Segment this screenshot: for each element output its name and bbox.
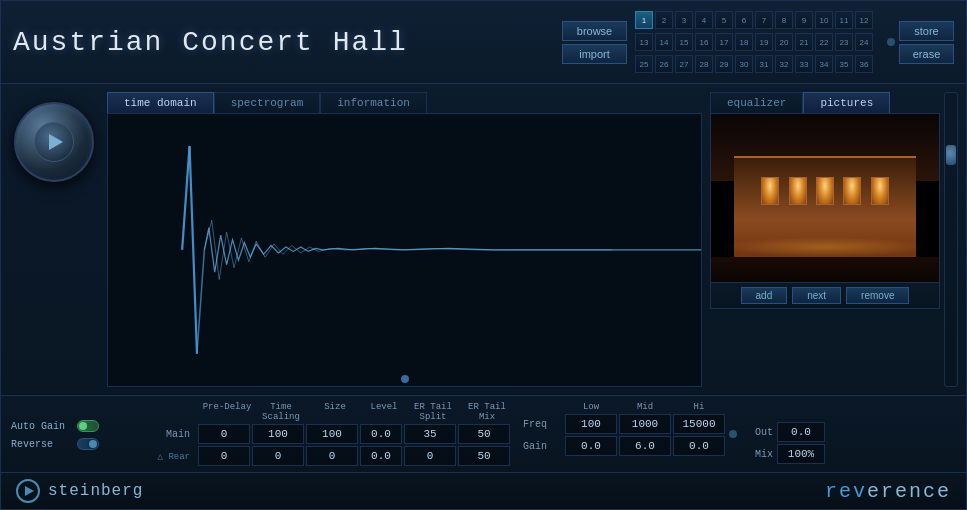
preset-btn-24[interactable]: 24 [855,33,873,51]
window-4 [843,177,861,205]
main-er-tail-split[interactable] [404,424,456,444]
eq-freq-hi[interactable] [673,414,725,434]
eq-freq-row: Freq [523,414,725,434]
preset-btn-10[interactable]: 10 [815,11,833,29]
waveform-scroll-indicator[interactable] [401,375,409,383]
main-er-tail-mix[interactable] [458,424,510,444]
rear-er-tail-split[interactable] [404,446,456,466]
auto-gain-toggle[interactable] [77,420,99,432]
store-erase-group: store erase [899,21,954,64]
params-section: Pre-Delay Time Scaling Size Level ER Tai… [141,402,513,466]
preset-btn-9[interactable]: 9 [795,11,813,29]
preset-btn-25[interactable]: 25 [635,55,653,73]
main-knob[interactable] [14,102,94,182]
preset-row-1: 1 2 3 4 5 6 7 8 9 10 11 12 [635,11,873,29]
right-section: equalizer pictures [710,92,940,387]
eq-freq-mid[interactable] [619,414,671,434]
preset-btn-34[interactable]: 34 [815,55,833,73]
reverse-row: Reverse [11,438,141,450]
preset-btn-22[interactable]: 22 [815,33,833,51]
rear-er-tail-mix[interactable] [458,446,510,466]
preset-btn-26[interactable]: 26 [655,55,673,73]
preset-btn-36[interactable]: 36 [855,55,873,73]
preset-btn-20[interactable]: 20 [775,33,793,51]
browse-button[interactable]: browse [562,21,627,41]
preset-btn-11[interactable]: 11 [835,11,853,29]
preset-btn-18[interactable]: 18 [735,33,753,51]
preset-btn-15[interactable]: 15 [675,33,693,51]
image-tabs: equalizer pictures [710,92,940,113]
eq-section: Low Mid Hi Freq Gain [523,402,725,456]
preset-btn-6[interactable]: 6 [735,11,753,29]
waveform-display [107,113,702,387]
rear-level[interactable] [360,446,402,466]
main-level[interactable] [360,424,402,444]
preset-btn-14[interactable]: 14 [655,33,673,51]
vertical-scrollbar[interactable] [944,92,958,387]
window-2 [789,177,807,205]
preset-btn-17[interactable]: 17 [715,33,733,51]
auto-gain-row: Auto Gain [11,420,141,432]
main-time-scaling[interactable] [252,424,304,444]
rear-time-scaling[interactable] [252,446,304,466]
toggles-section: Auto Gain Reverse [11,402,141,450]
preset-btn-7[interactable]: 7 [755,11,773,29]
building-bg [711,114,939,282]
preset-btn-13[interactable]: 13 [635,33,653,51]
mix-value[interactable] [777,444,825,464]
preset-btn-16[interactable]: 16 [695,33,713,51]
scrollbar-thumb[interactable] [946,145,956,165]
add-image-button[interactable]: add [741,287,788,304]
preset-btn-4[interactable]: 4 [695,11,713,29]
rear-pre-delay[interactable] [198,446,250,466]
bottom-params: Auto Gain Reverse Pre-Delay Time [1,395,966,472]
tab-pictures[interactable]: pictures [803,92,890,113]
erase-button[interactable]: erase [899,44,954,64]
tab-spectrogram[interactable]: spectrogram [214,92,321,113]
eq-header-low: Low [565,402,617,412]
preset-btn-33[interactable]: 33 [795,55,813,73]
main-params-row: Main [141,424,513,444]
preset-btn-5[interactable]: 5 [715,11,733,29]
steinberg-text: steinberg [48,482,143,500]
rev-highlight: rev [825,480,867,503]
import-button[interactable]: import [562,44,627,64]
tab-equalizer[interactable]: equalizer [710,92,803,113]
preset-btn-30[interactable]: 30 [735,55,753,73]
preset-btn-12[interactable]: 12 [855,11,873,29]
preset-btn-35[interactable]: 35 [835,55,853,73]
lights-glow [722,237,927,257]
preset-indicator-dot [887,38,895,46]
product-name: reverence [825,480,951,503]
main-pre-delay[interactable] [198,424,250,444]
preset-btn-31[interactable]: 31 [755,55,773,73]
rear-size[interactable] [306,446,358,466]
preset-btn-27[interactable]: 27 [675,55,693,73]
preset-btn-2[interactable]: 2 [655,11,673,29]
tab-time-domain[interactable]: time domain [107,92,214,113]
preset-btn-1[interactable]: 1 [635,11,653,29]
preset-btn-32[interactable]: 32 [775,55,793,73]
main-size[interactable] [306,424,358,444]
eq-gain-mid[interactable] [619,436,671,456]
eq-freq-low[interactable] [565,414,617,434]
tab-information[interactable]: information [320,92,427,113]
reverse-toggle[interactable] [77,438,99,450]
eq-gain-low[interactable] [565,436,617,456]
preset-btn-19[interactable]: 19 [755,33,773,51]
preset-btn-28[interactable]: 28 [695,55,713,73]
out-value[interactable] [777,422,825,442]
remove-image-button[interactable]: remove [846,287,909,304]
content-area: time domain spectrogram information [1,84,966,395]
display-tabs: time domain spectrogram information [107,92,702,113]
store-button[interactable]: store [899,21,954,41]
preset-btn-3[interactable]: 3 [675,11,693,29]
preset-btn-21[interactable]: 21 [795,33,813,51]
preset-btn-29[interactable]: 29 [715,55,733,73]
next-image-button[interactable]: next [792,287,841,304]
rear-row-label: △ Rear [141,451,196,462]
preset-btn-23[interactable]: 23 [835,33,853,51]
preset-btn-8[interactable]: 8 [775,11,793,29]
eq-gain-hi[interactable] [673,436,725,456]
header-er-tail-mix: ER Tail Mix [461,402,513,422]
